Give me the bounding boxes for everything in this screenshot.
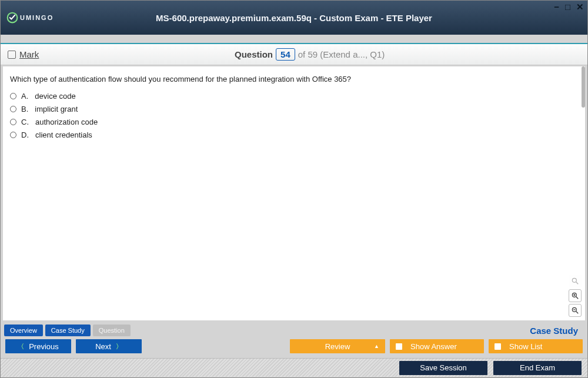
- question-counter: Question 54 of 59 (Extend a..., Q1): [39, 48, 580, 61]
- option-letter: C.: [21, 118, 29, 126]
- radio-icon[interactable]: [10, 132, 16, 138]
- option-letter: A.: [21, 92, 28, 101]
- review-button[interactable]: Review ▲: [290, 339, 385, 353]
- nav-row: 〈 Previous Next 〉 Review ▲ Show Answer S…: [1, 338, 587, 354]
- option-b[interactable]: B. implicit grant: [10, 105, 578, 113]
- button-label: Next: [95, 342, 111, 351]
- option-letter: B.: [21, 105, 28, 113]
- mark-checkbox[interactable]: [8, 51, 16, 59]
- chevron-left-icon: 〈: [18, 342, 24, 351]
- show-list-button[interactable]: Show List: [489, 339, 583, 353]
- save-session-button[interactable]: Save Session: [399, 361, 487, 375]
- question-number: 54: [276, 48, 295, 61]
- mark-label[interactable]: Mark: [19, 49, 39, 59]
- show-answer-button[interactable]: Show Answer: [390, 339, 484, 353]
- tab-overview[interactable]: Overview: [4, 325, 43, 336]
- title-bar: UMINGO MS-600.prepaway.premium.exam.59q …: [1, 1, 587, 35]
- radio-icon[interactable]: [10, 119, 16, 125]
- checkbox-icon[interactable]: [396, 343, 402, 350]
- question-text: Which type of authentication flow should…: [10, 75, 578, 83]
- option-letter: D.: [21, 131, 29, 139]
- window-title: MS-600.prepaway.premium.exam.59q - Custo…: [1, 13, 587, 23]
- logo-text: UMINGO: [20, 14, 54, 21]
- triangle-up-icon: ▲: [374, 343, 379, 349]
- option-a[interactable]: A. device code: [10, 92, 578, 101]
- option-text: implicit grant: [35, 105, 78, 113]
- minimize-icon[interactable]: −: [554, 2, 559, 12]
- question-of: of 59 (Extend a..., Q1): [298, 49, 385, 59]
- next-button[interactable]: Next 〉: [76, 339, 142, 353]
- zoom-in-icon[interactable]: [569, 289, 582, 302]
- bottom-bar: Save Session End Exam: [1, 358, 587, 377]
- maximize-icon[interactable]: □: [565, 2, 570, 12]
- radio-icon[interactable]: [10, 106, 16, 112]
- tab-row: Overview Case Study Question Case Study: [1, 323, 587, 338]
- svg-line-4: [576, 297, 579, 299]
- zoom-tools: [569, 275, 582, 317]
- svg-point-1: [572, 278, 576, 282]
- checkbox-icon[interactable]: [495, 343, 501, 350]
- button-label: Show List: [509, 342, 542, 351]
- option-d[interactable]: D. client credentials: [10, 131, 578, 139]
- tab-question[interactable]: Question: [93, 325, 131, 336]
- options-list: A. device code B. implicit grant C. auth…: [10, 92, 578, 139]
- button-label: Review: [325, 342, 350, 351]
- content-area: Which type of authentication flow should…: [3, 66, 585, 320]
- logo-check-icon: [6, 12, 18, 24]
- logo: UMINGO: [6, 12, 54, 24]
- search-icon[interactable]: [569, 275, 582, 287]
- button-label: Previous: [29, 342, 59, 351]
- window-controls: − □ ✕: [554, 2, 584, 12]
- question-label: Question: [235, 49, 273, 59]
- close-icon[interactable]: ✕: [576, 2, 584, 12]
- scrollbar[interactable]: [582, 66, 585, 108]
- svg-line-2: [576, 282, 579, 285]
- radio-icon[interactable]: [10, 93, 16, 99]
- previous-button[interactable]: 〈 Previous: [5, 339, 71, 353]
- svg-line-8: [576, 312, 579, 314]
- option-text: authorization code: [35, 118, 98, 126]
- option-text: device code: [35, 92, 75, 101]
- option-text: client credentials: [35, 131, 92, 139]
- option-c[interactable]: C. authorization code: [10, 118, 578, 126]
- question-header: Mark Question 54 of 59 (Extend a..., Q1): [1, 44, 587, 65]
- case-study-label: Case Study: [530, 326, 584, 336]
- chevron-right-icon: 〉: [116, 342, 122, 351]
- button-label: Show Answer: [410, 342, 457, 351]
- zoom-out-icon[interactable]: [569, 304, 582, 317]
- end-exam-button[interactable]: End Exam: [493, 361, 582, 375]
- tab-case-study[interactable]: Case Study: [45, 325, 91, 336]
